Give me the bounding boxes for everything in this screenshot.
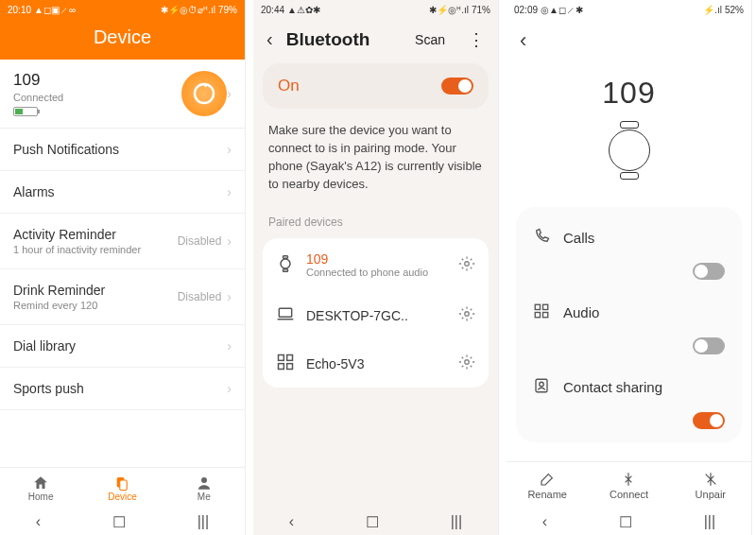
status-icons-right: ⚡.ıl: [703, 5, 722, 15]
svg-rect-16: [543, 304, 548, 309]
feature-toggle[interactable]: [693, 263, 725, 280]
header: ‹: [507, 19, 751, 62]
gear-icon[interactable]: [458, 354, 475, 373]
row-subtitle: Remind every 120: [13, 300, 105, 311]
status-bar: 02:09 ◎▲◻⟋✱ ⚡.ıl 52%: [507, 0, 751, 19]
row-title: Push Notifications: [13, 142, 119, 157]
settings-row-0[interactable]: Push Notifications ›: [0, 129, 245, 171]
settings-row-4[interactable]: Dial library ›: [0, 325, 245, 368]
phone-3-device-detail: 02:09 ◎▲◻⟋✱ ⚡.ıl 52% ‹ 109 Calls Audio C…: [507, 0, 752, 535]
bluetooth-toggle[interactable]: [441, 78, 473, 95]
settings-row-2[interactable]: Activity Reminder 1 hour of inactivity r…: [0, 214, 245, 269]
status-time: 20:10: [8, 5, 31, 15]
section-paired: Paired devices: [253, 212, 498, 233]
gear-icon[interactable]: [458, 305, 475, 325]
status-bar: 20:10 ▲◻▣⟋∞ ✱⚡◎⏱⌀ᴴ.ıl 79%: [0, 0, 245, 19]
paired-subtitle: Connected to phone audio: [306, 267, 447, 278]
feature-label: Contact sharing: [563, 379, 662, 395]
status-battery: 52%: [725, 5, 744, 15]
svg-point-20: [540, 382, 544, 387]
row-value: Disabled: [178, 234, 222, 248]
svg-rect-6: [284, 269, 288, 272]
sys-back[interactable]: ‹: [36, 513, 41, 530]
phone-icon: [533, 228, 550, 248]
status-icons-right: ✱⚡◎⏱⌀ᴴ.ıl: [161, 5, 215, 15]
row-title: Activity Reminder: [13, 227, 141, 242]
action-bar: Rename Connect Unpair: [507, 461, 751, 509]
feature-label: Calls: [563, 230, 594, 246]
device-status: Connected: [13, 92, 63, 103]
sys-back[interactable]: ‹: [289, 513, 294, 530]
paired-name: 109: [306, 251, 447, 267]
device-name: 109: [13, 71, 63, 90]
qr-icon: [276, 353, 295, 374]
row-title: Alarms: [13, 184, 55, 199]
settings-row-5[interactable]: Sports push ›: [0, 368, 245, 410]
settings-row-1[interactable]: Alarms ›: [0, 171, 245, 214]
feature-toggle[interactable]: [693, 337, 725, 354]
svg-rect-12: [279, 364, 284, 370]
bluetooth-toggle-row[interactable]: On: [263, 63, 489, 109]
header-title: Device: [0, 19, 245, 60]
feature-row-2[interactable]: Contact sharing: [516, 362, 742, 412]
back-button[interactable]: ‹: [520, 28, 526, 52]
device-name: 109: [507, 76, 751, 111]
svg-point-7: [465, 262, 470, 267]
row-title: Drink Reminder: [13, 283, 105, 298]
chevron-right-icon: ›: [227, 142, 232, 157]
status-time: 02:09: [514, 5, 538, 15]
rename-button[interactable]: Rename: [507, 462, 588, 509]
paired-row-1[interactable]: DESKTOP-7GC..: [263, 291, 489, 339]
chevron-right-icon: ›: [227, 233, 232, 249]
settings-list: Push Notifications › Alarms › Activity R…: [0, 129, 245, 467]
feature-row-0[interactable]: Calls: [516, 213, 742, 263]
bottom-nav: Home Device Me: [0, 467, 245, 509]
status-battery: 71%: [472, 5, 490, 15]
svg-rect-2: [120, 480, 128, 491]
chevron-right-icon: ›: [227, 338, 232, 354]
svg-rect-17: [535, 313, 540, 318]
feature-toggle[interactable]: [693, 412, 725, 429]
sys-home[interactable]: ☐: [366, 513, 379, 531]
unpair-button[interactable]: Unpair: [670, 462, 751, 509]
more-icon[interactable]: ⋮: [468, 29, 485, 50]
sys-recent[interactable]: |||: [704, 513, 715, 530]
paired-list: 109 Connected to phone audio DESKTOP-7GC…: [263, 238, 489, 388]
svg-rect-18: [543, 313, 548, 318]
system-nav: ‹ ☐ |||: [507, 509, 751, 535]
sys-back[interactable]: ‹: [542, 513, 547, 530]
settings-row-3[interactable]: Drink Reminder Remind every 120 Disabled…: [0, 269, 245, 325]
status-icons-left: ▲⚠✿✱: [287, 5, 320, 15]
gear-icon[interactable]: [458, 255, 475, 275]
sys-home[interactable]: ☐: [619, 513, 632, 531]
sys-recent[interactable]: |||: [451, 513, 462, 530]
connect-button[interactable]: Connect: [588, 462, 669, 509]
system-nav: ‹ ☐ |||: [0, 509, 245, 535]
bluetooth-header: ‹ Bluetooth Scan ⋮: [253, 19, 498, 63]
svg-point-4: [281, 259, 290, 268]
paired-row-2[interactable]: Echo-5V3: [263, 339, 489, 388]
info-text: Make sure the device you want to connect…: [253, 109, 498, 206]
device-card[interactable]: 109 Connected ›: [0, 60, 245, 129]
watch-icon: [609, 129, 650, 171]
watch-icon: [276, 254, 295, 276]
chevron-right-icon: ›: [227, 381, 232, 396]
chevron-right-icon: ›: [227, 184, 232, 199]
paired-row-0[interactable]: 109 Connected to phone audio: [263, 238, 489, 291]
svg-rect-5: [284, 256, 288, 259]
svg-rect-19: [536, 379, 547, 392]
sys-recent[interactable]: |||: [198, 513, 209, 530]
nav-home[interactable]: Home: [0, 468, 81, 509]
sys-home[interactable]: ☐: [112, 513, 126, 531]
status-icons-left: ▲◻▣⟋∞: [34, 5, 76, 15]
back-button[interactable]: ‹: [266, 28, 273, 50]
feature-row-1[interactable]: Audio: [516, 287, 742, 337]
battery-icon: [13, 107, 38, 116]
nav-device[interactable]: Device: [81, 468, 163, 509]
svg-point-3: [201, 477, 207, 483]
scan-button[interactable]: Scan: [415, 32, 445, 47]
feature-list: Calls Audio Contact sharing: [516, 207, 742, 442]
svg-rect-15: [535, 304, 540, 309]
status-icons-right: ✱⚡◎ᴴ.ıl: [429, 5, 469, 15]
nav-me[interactable]: Me: [163, 468, 245, 509]
